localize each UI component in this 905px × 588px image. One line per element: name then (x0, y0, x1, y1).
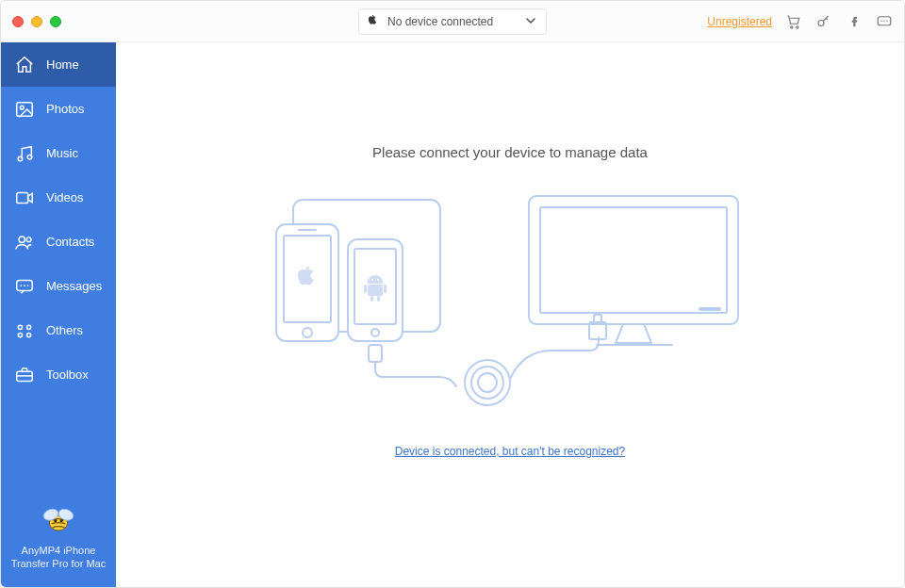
sidebar-item-label: Photos (46, 102, 84, 116)
device-selector[interactable]: No device connected (358, 8, 547, 35)
connect-illustration (265, 194, 755, 411)
window-zoom-button[interactable] (50, 16, 61, 27)
svg-point-6 (886, 20, 888, 22)
svg-point-2 (818, 20, 824, 25)
svg-point-5 (883, 20, 885, 22)
key-icon[interactable] (815, 13, 832, 30)
svg-point-21 (26, 333, 30, 336)
svg-point-42 (371, 279, 373, 281)
svg-rect-40 (370, 296, 373, 302)
sidebar-item-messages[interactable]: Messages (1, 264, 116, 308)
svg-point-4 (880, 20, 882, 22)
music-icon (14, 143, 35, 164)
svg-rect-39 (384, 285, 387, 293)
svg-rect-44 (529, 196, 738, 324)
svg-point-49 (471, 367, 503, 399)
svg-point-20 (18, 333, 22, 336)
svg-rect-38 (364, 285, 367, 293)
contacts-icon (14, 232, 35, 253)
svg-point-26 (54, 519, 57, 522)
app-body: Home Photos Music (1, 42, 904, 587)
sidebar-item-label: Others (46, 323, 83, 337)
main-content: Please connect your device to manage dat… (116, 42, 904, 587)
svg-rect-46 (699, 307, 721, 311)
svg-rect-37 (368, 285, 383, 296)
svg-point-16 (24, 285, 25, 286)
window-controls (12, 16, 61, 27)
cart-icon[interactable] (785, 13, 802, 30)
window-minimize-button[interactable] (31, 16, 42, 27)
sidebar-item-music[interactable]: Music (1, 131, 116, 175)
sidebar-item-contacts[interactable]: Contacts (1, 220, 116, 264)
svg-rect-7 (17, 102, 33, 116)
brand-block: AnyMP4 iPhone Transfer Pro for Mac (1, 494, 116, 587)
unregistered-link[interactable]: Unregistered (707, 15, 772, 28)
sidebar-item-label: Videos (46, 190, 84, 204)
svg-point-1 (797, 25, 798, 27)
others-icon (14, 320, 35, 341)
svg-rect-11 (17, 192, 28, 203)
brand-logo-icon (40, 503, 77, 535)
svg-point-9 (18, 156, 23, 161)
svg-point-50 (478, 373, 497, 392)
svg-point-27 (60, 519, 63, 522)
svg-point-18 (18, 325, 22, 329)
sidebar-item-toolbox[interactable]: Toolbox (1, 352, 116, 397)
sidebar-item-label: Messages (46, 279, 102, 293)
svg-point-17 (27, 285, 29, 286)
svg-point-8 (20, 106, 24, 109)
sidebar-item-videos[interactable]: Videos (1, 175, 116, 220)
sidebar-item-photos[interactable]: Photos (1, 87, 116, 131)
svg-point-19 (26, 325, 30, 329)
titlebar-actions: Unregistered (707, 13, 893, 30)
svg-point-0 (791, 25, 793, 27)
svg-rect-45 (540, 207, 727, 313)
svg-point-43 (377, 279, 379, 281)
sidebar-item-label: Contacts (46, 235, 94, 249)
brand-name: AnyMP4 iPhone Transfer Pro for Mac (7, 544, 110, 570)
svg-point-10 (27, 155, 32, 159)
chevron-down-icon (525, 13, 536, 30)
sidebar-item-label: Music (46, 146, 78, 160)
connect-headline: Please connect your device to manage dat… (372, 144, 648, 160)
sidebar-item-label: Home (46, 57, 79, 72)
videos-icon (14, 188, 35, 208)
svg-point-12 (19, 237, 25, 242)
window-close-button[interactable] (12, 16, 24, 27)
svg-rect-41 (377, 296, 380, 302)
toolbox-icon (14, 365, 35, 385)
photos-icon (14, 99, 35, 120)
sidebar: Home Photos Music (1, 42, 116, 587)
svg-rect-51 (369, 345, 382, 362)
apple-icon (369, 15, 380, 28)
sidebar-nav: Home Photos Music (1, 42, 116, 397)
messages-icon (14, 276, 35, 297)
app-window: No device connected Unregistered (0, 0, 905, 588)
device-selector-label: No device connected (387, 15, 518, 28)
svg-point-13 (26, 237, 31, 241)
svg-rect-53 (594, 315, 601, 322)
svg-point-15 (20, 285, 22, 286)
sidebar-item-home[interactable]: Home (1, 42, 116, 87)
home-icon (14, 55, 35, 75)
sidebar-item-label: Toolbox (46, 368, 89, 382)
device-help-link[interactable]: Device is connected, but can't be recogn… (395, 445, 625, 458)
feedback-icon[interactable] (876, 13, 893, 30)
sidebar-item-others[interactable]: Others (1, 308, 116, 352)
titlebar: No device connected Unregistered (1, 1, 904, 42)
social-icon[interactable] (846, 13, 863, 30)
